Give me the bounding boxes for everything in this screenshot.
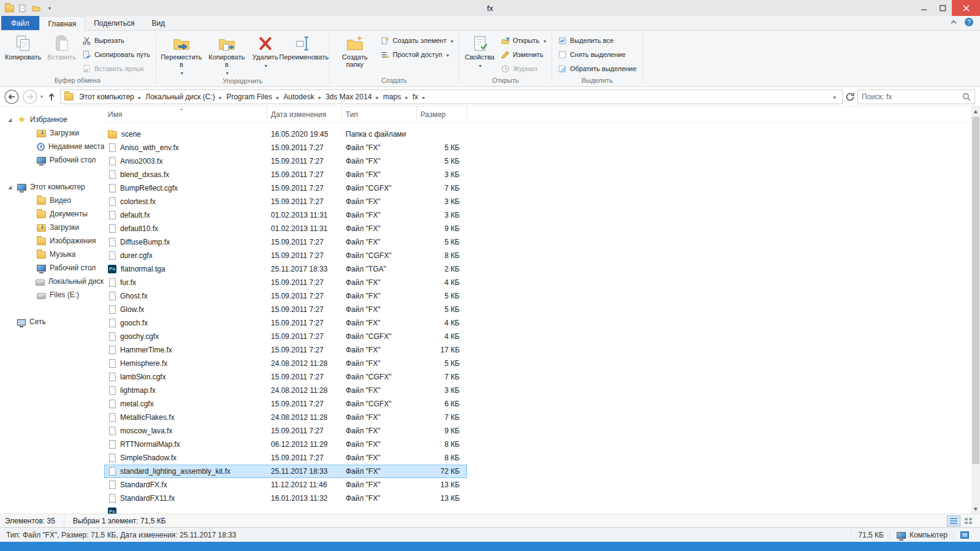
rename-button[interactable]: Переименовать [282, 32, 326, 61]
select-none-button[interactable]: Снять выделение [555, 48, 639, 61]
tab-home[interactable]: Главная [39, 16, 86, 31]
breadcrumb-chevron-icon[interactable] [421, 93, 427, 101]
file-row[interactable]: default10.fx 01.02.2013 11:31 Файл "FX" … [104, 222, 467, 235]
cut-button[interactable]: Вырезать [80, 34, 153, 47]
help-button[interactable]: ? [964, 17, 974, 29]
minimize-button[interactable] [915, 0, 933, 16]
delete-button[interactable]: Удалить [250, 32, 281, 69]
tab-file[interactable]: Файл [1, 16, 39, 30]
column-header-name[interactable]: Имя [104, 107, 267, 122]
thumbnails-view-button[interactable] [962, 515, 975, 526]
sidebar-item-видео[interactable]: Видео [0, 194, 104, 207]
forward-button[interactable] [22, 89, 38, 105]
sidebar-item-избранное[interactable]: ◢ Избранное [0, 113, 104, 126]
new-folder-button[interactable]: Создать папку [333, 32, 377, 68]
scrollbar-thumb[interactable] [972, 117, 979, 464]
history-button[interactable]: Журнал [498, 63, 549, 75]
qat-properties-button[interactable] [17, 2, 28, 13]
details-view-button[interactable] [947, 515, 960, 526]
new-item-button[interactable]: Создать элемент [378, 34, 456, 47]
breadcrumb-segment[interactable]: 3ds Max 2014 [322, 93, 374, 101]
file-row[interactable]: BumpReflect.cgfx 15.09.2011 7:27 Файл "C… [104, 181, 467, 195]
file-row[interactable]: Hemisphere.fx 24.08.2012 11:28 Файл "FX"… [104, 357, 467, 370]
breadcrumb-chevron-icon[interactable] [218, 93, 224, 101]
file-row[interactable]: moscow_lava.fx 15.09.2011 7:27 Файл "FX"… [104, 424, 467, 438]
properties-button[interactable]: Свойства [462, 32, 496, 69]
file-row[interactable] [104, 505, 467, 514]
search-icon[interactable] [962, 93, 971, 101]
vertical-scrollbar[interactable]: ▲ ▼ [971, 107, 980, 514]
sidebar-item-музыка[interactable]: Музыка [0, 248, 104, 261]
maximize-button[interactable] [933, 0, 952, 16]
paste-shortcut-button[interactable]: Вставить ярлык [80, 63, 153, 75]
qat-new-folder-button[interactable] [31, 2, 42, 13]
expander-icon[interactable]: ◢ [6, 117, 13, 123]
file-row[interactable]: standard_lighting_assembly_kit.fx 25.11.… [104, 465, 467, 478]
sidebar-item-files-e-[interactable]: Files (E:) [0, 288, 104, 302]
file-row[interactable]: scene 16.05.2020 19:45 Папка с файлами [104, 127, 467, 141]
file-row[interactable]: gooch.fx 15.09.2011 7:27 Файл "FX" 4 КБ [104, 316, 467, 330]
file-row[interactable]: durer.cgfx 15.09.2011 7:27 Файл "CGFX" 8… [104, 249, 467, 262]
breadcrumb-segment[interactable]: Autodesk [281, 93, 317, 101]
sidebar-item-изображения[interactable]: Изображения [0, 234, 104, 248]
file-row[interactable]: StandardFX11.fx 16.01.2013 11:32 Файл "F… [104, 492, 467, 505]
search-input[interactable] [862, 93, 962, 101]
file-row[interactable]: Glow.fx 15.09.2011 7:27 Файл "FX" 5 КБ [104, 303, 467, 316]
file-row[interactable]: fur.fx 15.09.2011 7:27 Файл "FX" 4 КБ [104, 276, 467, 289]
file-row[interactable]: flatnormal.tga 25.11.2017 18:33 Файл "TG… [104, 262, 467, 276]
file-row[interactable]: StandardFX.fx 11.12.2012 11:46 Файл "FX"… [104, 478, 467, 492]
file-row[interactable]: default.fx 01.02.2013 11:31 Файл "FX" 3 … [104, 208, 467, 222]
file-row[interactable]: goochy.cgfx 15.09.2011 7:27 Файл "CGFX" … [104, 330, 467, 343]
breadcrumb-segment[interactable]: fx [409, 93, 421, 101]
file-row[interactable]: metal.cgfx 15.09.2011 7:27 Файл "CGFX" 6… [104, 397, 467, 411]
breadcrumb-bar[interactable]: Этот компьютер Локальный диск (C:) Progr… [60, 89, 843, 104]
file-row[interactable]: HammerTime.fx 15.09.2011 7:27 Файл "FX" … [104, 343, 467, 357]
breadcrumb-segment[interactable]: Program Files [223, 93, 275, 101]
file-row[interactable]: SimpleShadow.fx 15.09.2011 7:27 Файл "FX… [104, 451, 467, 465]
back-button[interactable] [4, 89, 20, 105]
breadcrumb-chevron-icon[interactable] [137, 93, 143, 101]
file-row[interactable]: DiffuseBump.fx 15.09.2011 7:27 Файл "FX"… [104, 235, 467, 249]
file-row[interactable]: MetallicFlakes.fx 24.08.2012 11:28 Файл … [104, 411, 467, 424]
sidebar-item-локальный-диск-c-[interactable]: Локальный диск (C:) [0, 275, 104, 288]
file-row[interactable]: colortest.fx 15.09.2011 7:27 Файл "FX" 3… [104, 195, 467, 208]
breadcrumb-segment[interactable]: Этот компьютер [76, 93, 137, 101]
copy-button[interactable]: Копировать [2, 32, 44, 61]
breadcrumb-segment[interactable]: maps [380, 93, 404, 101]
explorer-app-icon[interactable] [4, 2, 15, 13]
edit-button[interactable]: Изменить [498, 48, 549, 61]
file-row[interactable]: RTTNormalMap.fx 06.12.2012 11:29 Файл "F… [104, 438, 467, 451]
collapse-ribbon-button[interactable] [949, 18, 958, 28]
scroll-down-icon[interactable]: ▼ [971, 504, 980, 514]
expander-icon[interactable]: ◢ [6, 184, 13, 190]
close-button[interactable] [952, 0, 980, 16]
file-row[interactable]: blend_dxsas.fx 15.09.2011 7:27 Файл "FX"… [104, 168, 467, 181]
file-row[interactable]: Ghost.fx 15.09.2011 7:27 Файл "FX" 5 КБ [104, 289, 467, 303]
select-all-button[interactable]: Выделить все [555, 34, 639, 47]
breadcrumb-chevron-icon[interactable] [375, 93, 381, 101]
refresh-button[interactable] [845, 92, 855, 102]
easy-access-button[interactable]: Простой доступ [378, 48, 456, 61]
up-button[interactable] [45, 91, 58, 103]
sidebar-item-недавние-места[interactable]: Недавние места [0, 140, 104, 153]
recent-locations-chevron-icon[interactable]: ▾ [40, 94, 43, 99]
tab-share[interactable]: Поделиться [85, 16, 143, 30]
file-row[interactable]: lambSkin.cgfx 15.09.2011 7:27 Файл "CGFX… [104, 370, 467, 384]
file-row[interactable]: Aniso_with_env.fx 15.09.2011 7:27 Файл "… [104, 141, 467, 154]
breadcrumb-chevron-icon[interactable] [275, 93, 281, 101]
tab-view[interactable]: Вид [143, 16, 173, 30]
move-to-button[interactable]: Переместить в [159, 32, 203, 77]
address-dropdown-icon[interactable] [829, 93, 840, 101]
invert-selection-button[interactable]: Обратить выделение [555, 63, 639, 75]
sidebar-item-документы[interactable]: Документы [0, 207, 104, 221]
copy-path-button[interactable]: Скопировать путь [80, 48, 153, 61]
file-row[interactable]: lightmap.fx 24.08.2012 11:28 Файл "FX" 3… [104, 384, 467, 397]
breadcrumb-segment[interactable]: Локальный диск (C:) [142, 93, 218, 101]
sidebar-item-загрузки[interactable]: Загрузки [0, 126, 104, 140]
column-header-size[interactable]: Размер [417, 107, 467, 122]
breadcrumb-chevron-icon[interactable] [317, 93, 323, 101]
breadcrumb-chevron-icon[interactable] [404, 93, 409, 101]
qat-customize-chevron-icon[interactable]: ▾ [44, 2, 55, 13]
copy-to-button[interactable]: Копировать в [205, 32, 249, 77]
column-header-date[interactable]: Дата изменения [267, 107, 342, 122]
